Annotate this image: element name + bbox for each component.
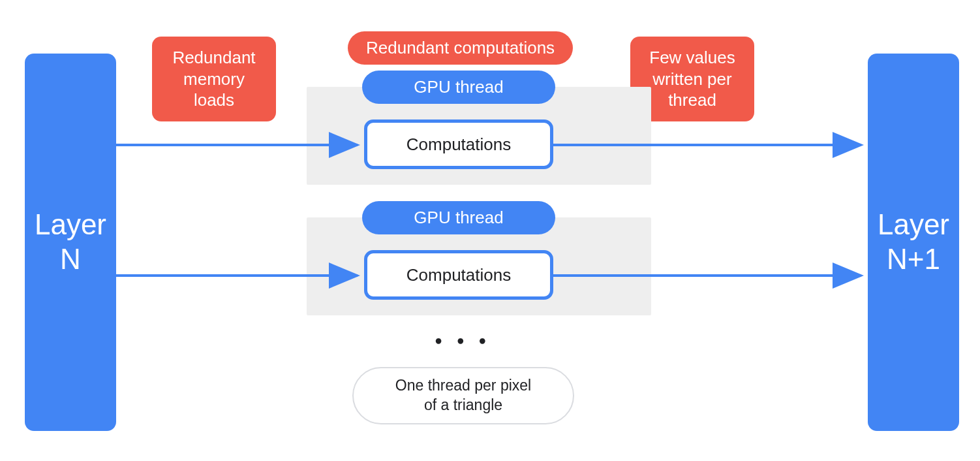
tag-redundant-memory-loads: Redundant memory loads [152, 37, 276, 121]
layer-n-box: Layer N [25, 54, 116, 431]
layer-n1-box: Layer N+1 [868, 54, 959, 431]
ellipsis-icon: ● ● ● [435, 333, 491, 348]
computations-box-2: Computations [364, 250, 553, 300]
computations-box-1: Computations [364, 119, 553, 169]
one-thread-caption: One thread per pixel of a triangle [352, 367, 574, 424]
gpu-thread-pill-2: GPU thread [362, 201, 555, 234]
tag-redundant-computations: Redundant computations [348, 31, 573, 65]
gpu-thread-pill-1: GPU thread [362, 71, 555, 104]
